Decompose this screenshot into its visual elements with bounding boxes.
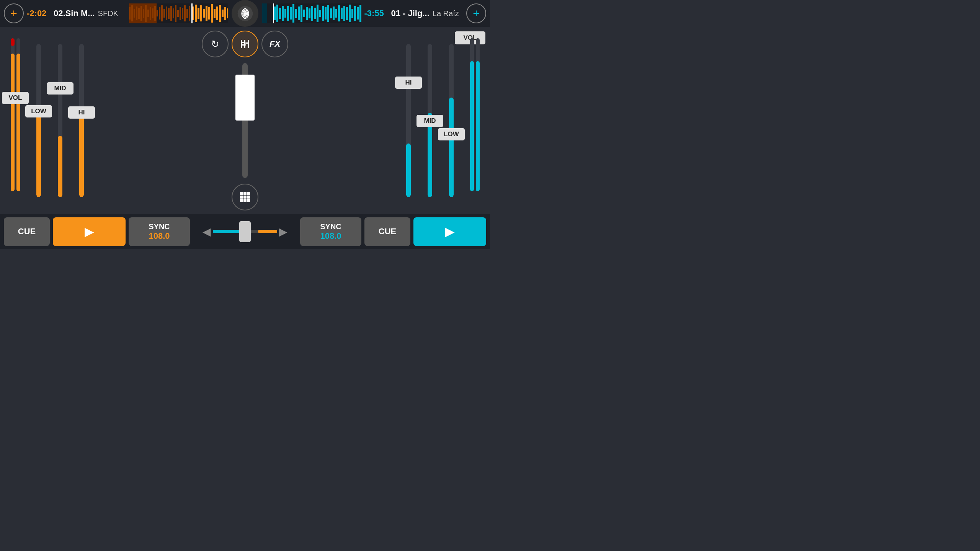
svg-rect-34 (206, 6, 207, 21)
svg-rect-74 (298, 7, 300, 20)
plus-icon-right: + (473, 8, 480, 19)
right-sync-button[interactable]: SYNC 108.0 (300, 217, 361, 246)
svg-rect-71 (290, 7, 292, 20)
right-sync-label: SYNC (320, 222, 341, 231)
crossfader-horizontal[interactable]: ◀ ▶ (193, 217, 297, 246)
right-track-time: -3:55 (364, 8, 387, 18)
center-logo (232, 0, 258, 27)
right-vol-slider[interactable] (463, 38, 486, 203)
svg-rect-91 (343, 6, 345, 21)
svg-rect-75 (301, 5, 302, 22)
svg-rect-7 (140, 6, 142, 21)
left-cue-button[interactable]: CUE (4, 217, 50, 246)
svg-rect-83 (322, 6, 324, 21)
svg-rect-26 (184, 5, 186, 21)
svg-rect-16 (161, 5, 163, 21)
left-vol-handle[interactable]: VOL (2, 92, 29, 104)
left-add-button[interactable]: + (4, 3, 24, 23)
left-mid-handle[interactable]: MID (47, 82, 74, 95)
svg-rect-18 (166, 7, 167, 20)
svg-rect-41 (224, 7, 226, 20)
right-hi-slider[interactable]: HI (399, 38, 418, 203)
left-play-icon: ▶ (85, 224, 94, 239)
right-deck-area: HI MID LOW (245, 27, 490, 214)
left-waveform-svg (129, 3, 228, 23)
svg-rect-23 (177, 10, 179, 17)
left-low-handle[interactable]: LOW (25, 105, 52, 117)
svg-rect-5 (136, 7, 137, 20)
svg-rect-81 (317, 5, 318, 22)
svg-rect-67 (279, 8, 281, 19)
left-track-time: -2:02 (27, 8, 50, 18)
left-track-artist: SFDK (98, 9, 118, 18)
left-hi-slider[interactable]: HI (72, 38, 91, 203)
right-track-info: -3:55 01 - Jilg... La Raíz (361, 8, 467, 18)
svg-rect-25 (182, 8, 183, 19)
cf-left-arrow[interactable]: ◀ (201, 225, 213, 238)
svg-rect-36 (211, 4, 213, 23)
svg-rect-117 (241, 40, 242, 48)
right-low-handle[interactable]: LOW (438, 128, 465, 140)
svg-rect-3 (131, 5, 133, 21)
right-mid-slider[interactable]: MID (420, 38, 439, 203)
svg-rect-80 (314, 8, 316, 19)
left-track-name: 02.Sin M... (54, 8, 95, 18)
svg-rect-17 (163, 9, 165, 18)
svg-rect-20 (170, 6, 172, 21)
svg-rect-70 (287, 6, 289, 21)
right-waveform-svg (262, 3, 361, 23)
right-low-slider[interactable]: LOW (442, 38, 461, 203)
left-mid-slider[interactable]: MID (51, 38, 70, 203)
right-add-button[interactable]: + (466, 3, 486, 23)
svg-rect-86 (330, 8, 332, 18)
svg-rect-95 (354, 6, 356, 21)
left-vol-slider[interactable]: VOL (4, 38, 27, 203)
right-mid-handle[interactable]: MID (416, 115, 443, 127)
svg-rect-82 (319, 10, 321, 17)
right-cue-button[interactable]: CUE (364, 217, 410, 246)
svg-rect-30 (195, 5, 197, 22)
svg-rect-85 (327, 5, 329, 22)
svg-point-62 (243, 12, 246, 15)
svg-rect-10 (147, 10, 149, 17)
svg-rect-33 (203, 9, 205, 18)
svg-rect-93 (349, 5, 351, 22)
left-low-slider[interactable]: LOW (29, 38, 48, 203)
cf-handle[interactable] (239, 221, 251, 242)
left-waveform[interactable] (129, 3, 228, 23)
svg-rect-40 (222, 10, 224, 17)
svg-rect-69 (284, 9, 286, 18)
svg-rect-116 (273, 3, 274, 23)
svg-rect-13 (154, 6, 156, 21)
svg-rect-66 (276, 5, 278, 22)
loop-button[interactable]: ↻ (202, 31, 229, 57)
right-hi-handle[interactable]: HI (395, 77, 422, 89)
left-track-info: -2:02 02.Sin M... SFDK (24, 8, 129, 18)
right-track-artist: La Raíz (433, 9, 459, 18)
svg-rect-27 (186, 9, 188, 18)
right-waveform[interactable] (262, 3, 361, 23)
svg-rect-126 (240, 196, 243, 199)
svg-rect-32 (200, 5, 202, 21)
svg-rect-8 (143, 9, 144, 18)
svg-rect-96 (357, 7, 359, 20)
svg-rect-118 (241, 42, 245, 43)
svg-rect-89 (338, 5, 340, 21)
left-play-button[interactable]: ▶ (53, 217, 126, 246)
svg-rect-9 (145, 5, 147, 22)
left-sync-button[interactable]: SYNC 108.0 (129, 217, 190, 246)
svg-rect-37 (214, 9, 216, 18)
left-hi-handle[interactable]: HI (68, 106, 95, 119)
right-play-button[interactable]: ▶ (413, 217, 486, 246)
logo-icon (237, 5, 254, 22)
svg-rect-6 (138, 8, 140, 19)
svg-rect-84 (325, 7, 327, 20)
svg-rect-15 (159, 7, 160, 20)
svg-rect-87 (333, 7, 335, 20)
svg-rect-19 (168, 8, 170, 19)
svg-rect-94 (351, 9, 353, 18)
cf-track[interactable] (213, 230, 277, 233)
svg-rect-78 (309, 8, 310, 18)
cf-right-arrow[interactable]: ▶ (277, 225, 289, 238)
svg-rect-12 (152, 8, 154, 18)
